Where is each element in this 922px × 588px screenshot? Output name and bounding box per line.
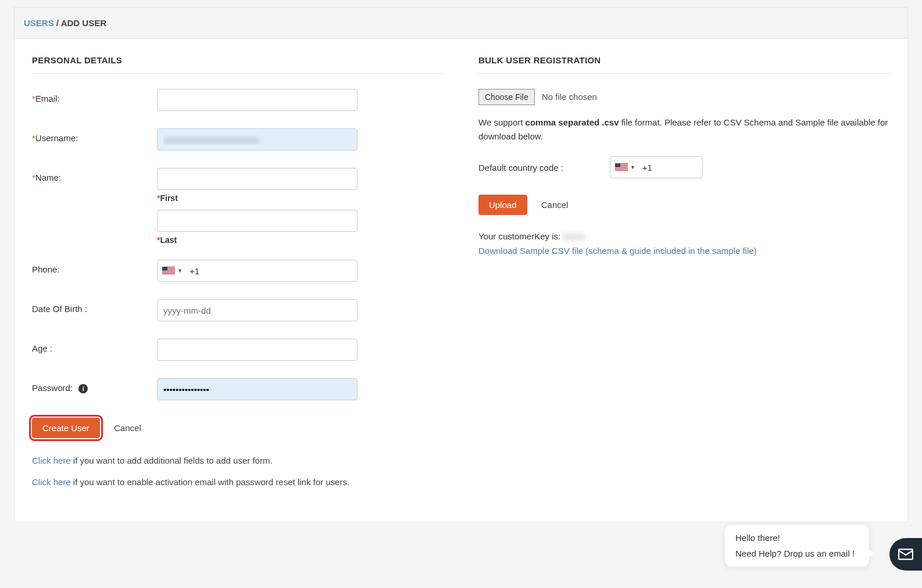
file-status-text: No file chosen	[542, 92, 597, 102]
phone-code: +1	[190, 266, 199, 276]
customer-key-value: xxxxx	[563, 231, 585, 241]
breadcrumb-separator: /	[56, 18, 61, 28]
email-input[interactable]	[157, 89, 358, 111]
password-row: Password: i	[32, 378, 444, 400]
bulk-help-text: We support comma separated .csv file for…	[478, 116, 890, 144]
username-label: Username:	[35, 133, 78, 143]
password-input[interactable]	[157, 378, 358, 400]
activation-email-link[interactable]: Click here	[32, 477, 71, 487]
age-input[interactable]	[157, 339, 358, 361]
phone-label: Phone:	[32, 264, 60, 274]
chevron-down-icon: ▼	[177, 268, 183, 274]
file-chooser-row: Choose File No file chosen	[478, 89, 890, 105]
bulk-actions: Upload Cancel	[478, 195, 890, 215]
choose-file-button[interactable]: Choose File	[478, 89, 535, 105]
hint1-text: if you want to add additional fields to …	[71, 456, 273, 465]
breadcrumb-users-link[interactable]: USERS	[24, 18, 54, 28]
cancel-button[interactable]: Cancel	[107, 418, 148, 438]
personal-details-section: PERSONAL DETAILS *Email: *Username: *Nam…	[32, 55, 444, 499]
password-label: Password:	[32, 383, 73, 393]
age-row: Age :	[32, 339, 444, 361]
first-name-input[interactable]	[157, 168, 358, 190]
phone-row: Phone: ▼ +1	[32, 260, 444, 282]
flag-us-icon	[162, 267, 175, 275]
default-country-select[interactable]: ▼ +1	[610, 156, 703, 178]
section-title-bulk: BULK USER REGISTRATION	[478, 55, 890, 74]
breadcrumb: USERS / ADD USER	[14, 7, 908, 38]
age-label: Age :	[32, 343, 52, 353]
username-row: *Username:	[32, 128, 444, 150]
dob-input[interactable]	[157, 299, 358, 321]
flag-us-icon	[615, 163, 628, 171]
email-row: *Email:	[32, 89, 444, 111]
bulk-cancel-button[interactable]: Cancel	[534, 195, 576, 215]
hint2-text: if you want to enable activation email w…	[71, 477, 349, 487]
default-country-row: Default country code : ▼ +1	[478, 156, 890, 178]
upload-button[interactable]: Upload	[478, 195, 527, 215]
last-sublabel: Last	[160, 235, 177, 245]
download-sample-link[interactable]: Download Sample CSV file (schema & guide…	[478, 246, 757, 256]
default-country-label: Default country code :	[478, 163, 563, 173]
customer-key-line: Your customerKey is: xxxxx	[478, 231, 890, 241]
last-name-input[interactable]	[157, 210, 358, 232]
activation-email-hint: Click here if you want to enable activat…	[32, 477, 444, 487]
dob-label: Date Of Birth :	[32, 304, 87, 314]
additional-fields-hint: Click here if you want to add additional…	[32, 456, 444, 465]
bulk-registration-section: BULK USER REGISTRATION Choose File No fi…	[478, 55, 890, 499]
name-row: *Name: *First *Last	[32, 168, 444, 245]
chevron-down-icon: ▼	[630, 164, 635, 170]
first-sublabel: First	[160, 193, 177, 203]
form-actions: Create User Cancel	[32, 418, 444, 438]
create-user-button[interactable]: Create User	[32, 418, 100, 438]
dob-row: Date Of Birth :	[32, 299, 444, 321]
name-label: Name:	[35, 173, 61, 182]
info-icon[interactable]: i	[78, 384, 88, 393]
phone-input[interactable]: ▼ +1	[157, 260, 358, 282]
additional-fields-link[interactable]: Click here	[32, 456, 71, 465]
section-title-personal: PERSONAL DETAILS	[32, 55, 444, 74]
breadcrumb-current: ADD USER	[61, 18, 106, 28]
username-input[interactable]	[157, 128, 358, 150]
default-country-code: +1	[642, 163, 652, 173]
email-label: Email:	[35, 94, 60, 103]
